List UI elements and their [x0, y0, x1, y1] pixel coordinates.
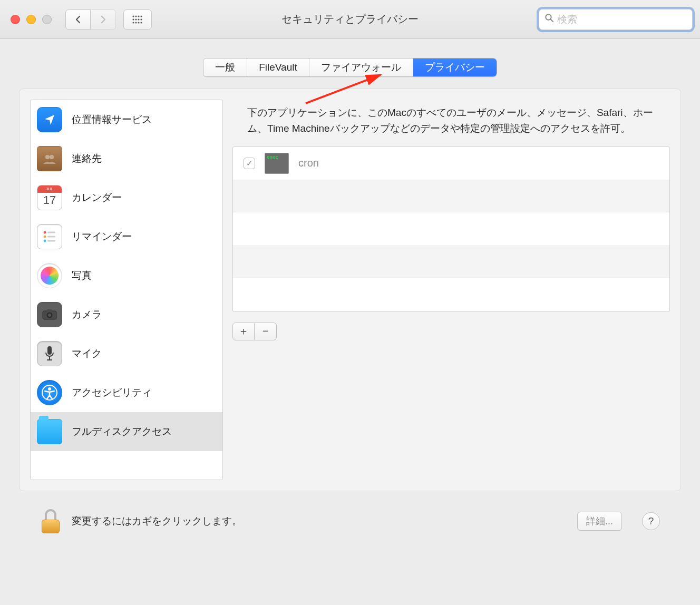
back-button[interactable] [65, 9, 91, 30]
tab-privacy[interactable]: プライバシー [413, 58, 497, 76]
svg-point-4 [132, 18, 134, 20]
footer: 変更するにはカギをクリックします。 詳細... ? [19, 491, 681, 533]
close-window-button[interactable] [11, 15, 20, 24]
svg-rect-18 [47, 232, 55, 233]
main-content: 一般 FileVault ファイアウォール プライバシー 位置情報サービス 連絡… [0, 39, 700, 539]
svg-point-10 [138, 22, 139, 23]
svg-line-13 [551, 19, 553, 22]
microphone-icon [37, 341, 62, 366]
tab-segment: 一般 FileVault ファイアウォール プライバシー [203, 58, 497, 77]
exec-icon: exec [265, 153, 289, 174]
svg-point-5 [135, 18, 137, 20]
svg-point-16 [50, 155, 54, 159]
exec-tag: exec [267, 154, 278, 160]
window-controls [11, 15, 52, 24]
detail-description: 下のアプリケーションに、このMacのすべてのユーザのメール、メッセージ、Safa… [232, 100, 670, 147]
sidebar-item-accessibility[interactable]: アクセシビリティ [31, 373, 222, 412]
lock-icon[interactable] [40, 509, 61, 533]
lock-text: 変更するにはカギをクリックします。 [72, 514, 242, 528]
svg-point-21 [44, 240, 46, 242]
svg-point-19 [44, 236, 46, 238]
minimize-window-button[interactable] [26, 15, 36, 24]
svg-point-15 [45, 155, 50, 159]
help-button[interactable]: ? [642, 512, 660, 530]
sidebar-item-label: 写真 [72, 269, 92, 282]
tab-firewall[interactable]: ファイアウォール [309, 58, 413, 76]
sidebar-item-label: 位置情報サービス [72, 113, 152, 126]
zoom-window-button[interactable] [42, 15, 52, 24]
nav-buttons [65, 9, 116, 30]
svg-point-9 [135, 22, 137, 23]
svg-point-0 [132, 15, 134, 17]
privacy-sidebar: 位置情報サービス 連絡先 JUL 17 カレンダー リマインダー [30, 100, 223, 480]
svg-point-2 [138, 15, 139, 17]
svg-point-17 [44, 231, 46, 234]
add-button[interactable]: ＋ [232, 323, 255, 340]
sidebar-item-camera[interactable]: カメラ [31, 295, 222, 334]
search-field-wrap[interactable] [539, 9, 693, 30]
svg-point-25 [48, 314, 51, 317]
accessibility-icon [37, 380, 62, 405]
svg-point-7 [140, 18, 142, 20]
svg-point-8 [132, 22, 134, 23]
svg-point-11 [140, 22, 142, 23]
photos-icon [37, 263, 62, 288]
forward-button[interactable] [91, 9, 116, 30]
sidebar-item-contacts[interactable]: 連絡先 [31, 139, 222, 178]
svg-point-6 [138, 18, 139, 20]
contacts-icon [37, 146, 62, 171]
calendar-month: JUL [37, 186, 62, 193]
add-remove-buttons: ＋ − [232, 323, 670, 340]
app-name: cron [298, 157, 319, 169]
calendar-icon: JUL 17 [37, 185, 62, 210]
app-row-empty [233, 212, 669, 245]
app-checkbox[interactable] [244, 158, 255, 169]
sidebar-item-label: マイク [72, 347, 102, 360]
svg-point-1 [135, 15, 137, 17]
location-icon [37, 107, 62, 132]
app-row-empty [233, 180, 669, 212]
remove-button[interactable]: − [255, 323, 277, 340]
camera-icon [37, 302, 62, 327]
sidebar-item-reminders[interactable]: リマインダー [31, 217, 222, 256]
tab-filevault[interactable]: FileVault [247, 58, 309, 76]
sidebar-item-label: リマインダー [72, 230, 132, 243]
app-row-empty [233, 245, 669, 278]
app-row[interactable]: exec cron [233, 147, 669, 180]
advanced-button[interactable]: 詳細... [577, 512, 622, 531]
detail-pane: 下のアプリケーションに、このMacのすべてのユーザのメール、メッセージ、Safa… [232, 100, 670, 480]
sidebar-item-calendar[interactable]: JUL 17 カレンダー [31, 178, 222, 217]
sidebar-item-full-disk-access[interactable]: フルディスクアクセス [31, 412, 222, 451]
sidebar-item-label: カメラ [72, 308, 102, 321]
titlebar: セキュリティとプライバシー [0, 0, 700, 39]
svg-rect-27 [47, 346, 52, 355]
calendar-day: 17 [43, 193, 56, 207]
app-row-empty [233, 278, 669, 310]
sidebar-item-microphone[interactable]: マイク [31, 334, 222, 373]
show-all-button[interactable] [123, 9, 152, 30]
svg-point-3 [140, 15, 142, 17]
sidebar-item-photos[interactable]: 写真 [31, 256, 222, 295]
search-input[interactable] [557, 14, 687, 25]
sidebar-item-label: フルディスクアクセス [72, 425, 172, 438]
reminders-icon [37, 224, 62, 249]
svg-point-31 [48, 387, 51, 391]
tab-general[interactable]: 一般 [203, 58, 247, 76]
privacy-panel: 位置情報サービス 連絡先 JUL 17 カレンダー リマインダー [19, 89, 681, 491]
sidebar-item-location[interactable]: 位置情報サービス [31, 100, 222, 139]
svg-rect-22 [47, 240, 55, 242]
sidebar-item-label: 連絡先 [72, 152, 102, 165]
svg-rect-26 [47, 309, 52, 312]
app-list: exec cron [232, 147, 670, 312]
sidebar-item-label: アクセシビリティ [72, 386, 152, 399]
svg-rect-20 [47, 236, 55, 238]
tab-row: 一般 FileVault ファイアウォール プライバシー [19, 58, 681, 77]
folder-icon [37, 419, 62, 444]
search-icon [545, 13, 554, 25]
sidebar-item-label: カレンダー [72, 191, 122, 204]
